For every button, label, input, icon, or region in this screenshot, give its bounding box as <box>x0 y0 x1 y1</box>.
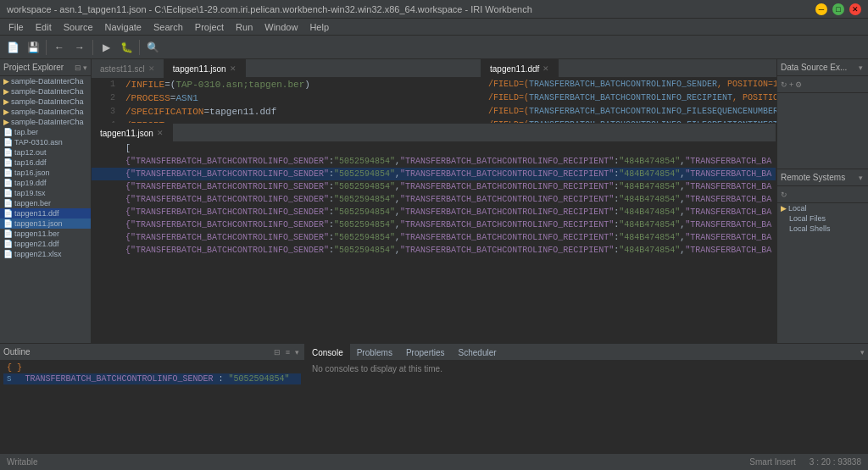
tree-item-tap16-ddf[interactable]: 📄tap16.ddf <box>0 158 91 168</box>
back-button[interactable]: ← <box>50 38 69 57</box>
tree-item-tapgen21-xlsx[interactable]: 📄tapgen21.xlsx <box>0 249 91 259</box>
debug-button[interactable]: 🐛 <box>117 38 136 57</box>
forward-button[interactable]: → <box>70 38 89 57</box>
menu-edit[interactable]: Edit <box>31 20 57 34</box>
outline-bracket-item: { } <box>3 362 301 373</box>
tree-item-tapgen11-ber[interactable]: 📄tapgen11.ber <box>0 229 91 239</box>
tree-item-tapgen11-ddf[interactable]: 📄tapgen11.ddf <box>0 208 91 218</box>
json-editor-tabs: tapgen11.json ✕ <box>92 124 776 142</box>
panel-menu-icon[interactable]: ▾ <box>83 64 87 72</box>
console-panel-menu-icon[interactable]: ▾ <box>857 348 868 357</box>
tree-item-tap12-out[interactable]: 📄tap12.out <box>0 147 91 158</box>
close-button[interactable]: ✕ <box>849 3 861 15</box>
tab-close-ddf[interactable]: ✕ <box>542 64 549 73</box>
data-source-explorer-title: Data Source Ex... <box>781 63 847 72</box>
tab-tapgen11-ddf[interactable]: tapgen11.ddf ✕ <box>481 59 559 78</box>
ds-toolbar-btn-1[interactable]: ↻ <box>781 80 787 89</box>
json-line-7: {"TRANSFERBATCH_BATCHCONTROLINFO_SENDER"… <box>92 231 776 244</box>
minimize-button[interactable]: ─ <box>815 3 827 15</box>
outline-panel-icons: ⊟ ≡ ▾ <box>272 347 301 357</box>
tab-label: tapgen11.json <box>173 64 226 74</box>
data-source-explorer-header: Data Source Ex... ▾ <box>777 59 868 76</box>
json-line-8: {"TRANSFERBATCH_BATCHCONTROLINFO_SENDER"… <box>92 244 776 257</box>
properties-tab-label: Properties <box>406 348 445 357</box>
menu-file[interactable]: File <box>3 20 29 34</box>
outline-panel-icon-1[interactable]: ⊟ <box>272 347 282 357</box>
menu-project[interactable]: Project <box>190 20 229 34</box>
remote-local-shells-item[interactable]: Local Shells <box>777 224 868 234</box>
menu-navigate[interactable]: Navigate <box>100 20 147 34</box>
outline-panel: Outline ⊟ ≡ ▾ { } S TRANSFERBATCH_BATCHC… <box>0 344 305 453</box>
tree-item-tap16-json[interactable]: 📄tap16.json <box>0 168 91 178</box>
code-line-4: 4 /REPORT <box>92 119 481 123</box>
remote-local-item[interactable]: ▶ Local <box>777 203 868 213</box>
window-controls: ─ □ ✕ <box>815 3 861 15</box>
data-source-explorer-panel: Data Source Ex... ▾ ↻ + ⚙ <box>777 59 868 169</box>
tree-item-folder-4[interactable]: ▶sample-DataInterCha <box>0 107 91 117</box>
right-editor-content[interactable]: /FIELD=(TRANSFERBATCH_BATCHCONTROLINFO_S… <box>481 78 776 123</box>
outline-console-area: Outline ⊟ ≡ ▾ { } S TRANSFERBATCH_BATCHC… <box>0 343 868 453</box>
tree-item-tap19-tsx[interactable]: 📄tap19.tsx <box>0 188 91 198</box>
search-button[interactable]: 🔍 <box>143 38 162 57</box>
menu-run[interactable]: Run <box>231 20 258 34</box>
collapse-all-icon[interactable]: ⊟ <box>75 64 81 72</box>
tab-label: tapgen11.ddf <box>490 64 539 74</box>
tab-astest11-scl[interactable]: astest11.scl ✕ <box>92 59 164 78</box>
tab-close-icon-2[interactable]: ✕ <box>230 64 236 73</box>
editors-area: astest11.scl ✕ tapgen11.json ✕ 1 /INFILE… <box>92 59 776 343</box>
json-editor-panel: tapgen11.json ✕ [ {"TRANSFERBATCH_BATCHC… <box>92 124 776 343</box>
json-line-2: {"TRANSFERBATCH_BATCHCONTROLINFO_SENDER"… <box>92 168 776 180</box>
tab-scheduler[interactable]: Scheduler <box>452 344 504 361</box>
tree-item-tapgen21-ddf[interactable]: 📄tapgen21.ddf <box>0 239 91 249</box>
tree-item-tap0310-asn[interactable]: 📄TAP-0310.asn <box>0 137 91 147</box>
tree-item-tapgen-ber[interactable]: 📄tapgen.ber <box>0 198 91 208</box>
ds-toolbar-btn-3[interactable]: ⚙ <box>795 80 802 89</box>
run-button[interactable]: ▶ <box>97 38 115 57</box>
tab-console[interactable]: Console <box>305 344 350 361</box>
outline-panel-icon-2[interactable]: ≡ <box>284 347 292 357</box>
tree-item-folder-2[interactable]: ▶sample-DataInterCha <box>0 86 91 97</box>
code-line-1: 1 /INFILE=(TAP-0310.asn;tapgen.ber) <box>92 78 481 91</box>
tree-item-folder-1[interactable]: ▶sample-DataInterCha <box>0 76 91 86</box>
outline-content[interactable]: { } S TRANSFERBATCH_BATCHCONTROLINFO_SEN… <box>0 361 304 453</box>
ds-toolbar-btn-2[interactable]: + <box>789 80 793 89</box>
json-line-3: {"TRANSFERBATCH_BATCHCONTROLINFO_SENDER"… <box>92 180 776 193</box>
tab-problems[interactable]: Problems <box>350 344 399 361</box>
main-toolbar: 📄 💾 ← → ▶ 🐛 🔍 <box>0 36 868 59</box>
menu-window[interactable]: Window <box>259 20 303 34</box>
new-button[interactable]: 📄 <box>3 38 22 57</box>
outline-panel-menu-icon[interactable]: ▾ <box>293 347 301 357</box>
remote-systems-content: ↻ ▶ Local Local Files Local Shells <box>777 186 868 343</box>
remote-toolbar-btn-1[interactable]: ↻ <box>781 191 787 199</box>
menu-source[interactable]: Source <box>58 20 98 34</box>
menu-help[interactable]: Help <box>304 20 334 34</box>
console-panel: Console Problems Properties Scheduler ▾ … <box>305 344 868 453</box>
tab-tapgen11-json-left[interactable]: tapgen11.json ✕ <box>164 59 246 78</box>
ddf-line-2: /FIELD=(TRANSFERBATCH_BATCHCONTROLINFO_R… <box>481 91 776 105</box>
left-editor-panel: astest11.scl ✕ tapgen11.json ✕ 1 /INFILE… <box>92 59 481 123</box>
remote-panel-menu-icon[interactable]: ▾ <box>857 173 865 183</box>
tree-item-tap19-ddf[interactable]: 📄tap19.ddf <box>0 178 91 188</box>
tree-item-folder-5[interactable]: ▶sample-DataInterCha <box>0 117 91 127</box>
outline-header: Outline ⊟ ≡ ▾ <box>0 344 304 361</box>
tree-item-tapgen11-json[interactable]: 📄tapgen11.json <box>0 218 91 229</box>
tab-label: astest11.scl <box>100 64 145 74</box>
menu-search[interactable]: Search <box>148 20 188 34</box>
left-editor-content[interactable]: 1 /INFILE=(TAP-0310.asn;tapgen.ber) 2 /P… <box>92 78 481 123</box>
remote-local-files-item[interactable]: Local Files <box>777 213 868 224</box>
tab-close-icon[interactable]: ✕ <box>148 64 155 73</box>
title-bar: workspace - asn.1_tapgen11.json - C:\Ecl… <box>0 0 868 19</box>
tab-tapgen11-json-bottom[interactable]: tapgen11.json ✕ <box>92 124 173 142</box>
ds-panel-menu-icon[interactable]: ▾ <box>857 63 865 73</box>
save-button[interactable]: 💾 <box>24 38 42 57</box>
tree-item-tap-ber[interactable]: 📄tap.ber <box>0 127 91 137</box>
code-line-3: 3 /SPECIFICATION=tapgen11.ddf <box>92 105 481 119</box>
tab-close-json[interactable]: ✕ <box>157 129 164 137</box>
maximize-button[interactable]: □ <box>832 3 844 15</box>
outline-selected-item[interactable]: S TRANSFERBATCH_BATCHCONTROLINFO_SENDER … <box>3 373 301 384</box>
json-editor-content[interactable]: [ {"TRANSFERBATCH_BATCHCONTROLINFO_SENDE… <box>92 142 776 343</box>
tree-item-folder-3[interactable]: ▶sample-DataInterCha <box>0 97 91 107</box>
tab-properties[interactable]: Properties <box>399 344 452 361</box>
json-line-1: {"TRANSFERBATCH_BATCHCONTROLINFO_SENDER"… <box>92 155 776 168</box>
problems-tab-label: Problems <box>357 348 392 357</box>
